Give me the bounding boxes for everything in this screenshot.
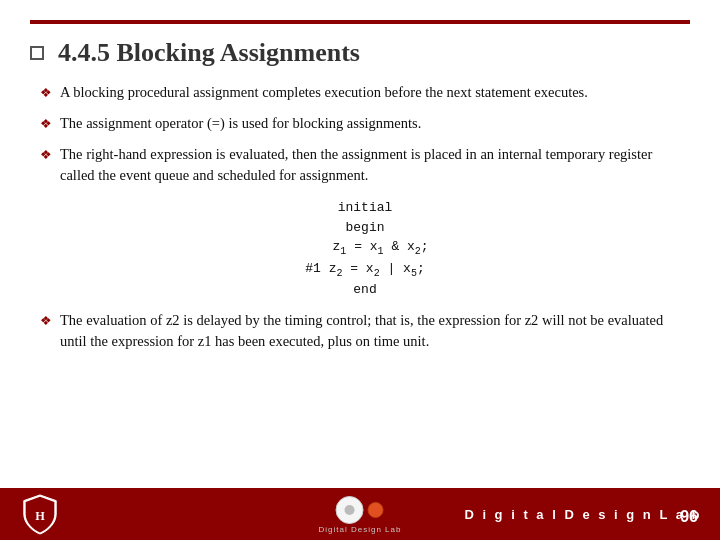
bullet-diamond-icon-3: ❖ <box>40 146 52 165</box>
bullet-text-3: The right-hand expression is evaluated, … <box>60 144 690 186</box>
bullet-diamond-icon-2: ❖ <box>40 115 52 134</box>
code-line-1: initial <box>40 198 690 218</box>
small-circle-icon <box>368 502 384 518</box>
code-line-2: begin <box>40 218 690 238</box>
code-line-3: z1 = x1 & x2; <box>40 237 690 259</box>
bullet-item-1: ❖ A blocking procedural assignment compl… <box>40 82 690 103</box>
page-number: 96 <box>680 508 698 526</box>
title-square-icon <box>30 46 44 60</box>
bullet-text-2: The assignment operator (=) is used for … <box>60 113 690 134</box>
code-block: initial begin z1 = x1 & x2; #1 z2 = x2 |… <box>40 196 690 302</box>
code-line-4: #1 z2 = x2 | x5; <box>40 259 690 281</box>
bullet-text-4: The evaluation of z2 is delayed by the t… <box>60 310 690 352</box>
big-circle-icon <box>336 496 364 524</box>
shield-icon: H <box>21 493 59 535</box>
svg-text:H: H <box>35 509 45 523</box>
ddl-sublabel: Digital Design Lab <box>319 525 402 534</box>
ddl-label: D i g i t a l D e s i g n L a b <box>464 507 702 522</box>
circle-logo <box>336 496 384 524</box>
section-title: 4.4.5 Blocking Assignments <box>30 38 690 68</box>
top-border <box>30 20 690 24</box>
bullet-diamond-icon-1: ❖ <box>40 84 52 103</box>
code-line-5: end <box>40 280 690 300</box>
bullet-item-4: ❖ The evaluation of z2 is delayed by the… <box>40 310 690 352</box>
slide: 4.4.5 Blocking Assignments ❖ A blocking … <box>0 0 720 540</box>
bullet-diamond-icon-4: ❖ <box>40 312 52 331</box>
bottom-left-logo: H <box>16 492 64 536</box>
bottom-bar: H Digital Design Lab D i g i t a l D e s… <box>0 488 720 540</box>
bullet-item-2: ❖ The assignment operator (=) is used fo… <box>40 113 690 134</box>
bullet-item-3: ❖ The right-hand expression is evaluated… <box>40 144 690 186</box>
bullet-text-1: A blocking procedural assignment complet… <box>60 82 690 103</box>
bottom-center-logo: Digital Design Lab <box>319 496 402 534</box>
content-area: ❖ A blocking procedural assignment compl… <box>30 82 690 352</box>
title-text: 4.4.5 Blocking Assignments <box>58 38 360 68</box>
